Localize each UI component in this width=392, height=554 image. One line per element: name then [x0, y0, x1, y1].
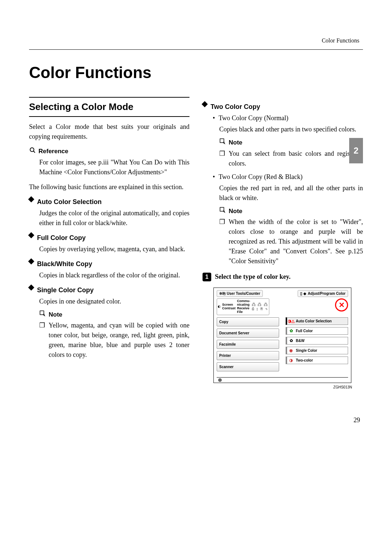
bw-body: Copies in black regardless of the color …: [29, 270, 189, 280]
two-normal-label: Two Color Copy (Normal): [219, 113, 288, 123]
intro-paragraph: Select a Color mode that best suits your…: [29, 122, 189, 142]
indicator-dot-icon: [218, 378, 222, 382]
step-number-badge: 1: [203, 273, 211, 281]
bw-icon: ✿: [289, 338, 294, 343]
auto-color-icon: ◑△: [289, 318, 294, 323]
note-icon: [219, 207, 226, 216]
bullet-icon: •: [213, 113, 215, 123]
svg-point-0: [30, 148, 34, 152]
two-normal-note-body: ❒ You can select from basic colors and r…: [219, 149, 363, 168]
two-redblack-bullet: •Two Color Copy (Red & Black): [203, 172, 363, 182]
auto-color-head: Auto Color Selection: [29, 197, 189, 207]
bullet-icon: •: [213, 172, 215, 182]
two-normal-note-head: Note: [219, 138, 363, 147]
full-color-title: Full Color Copy: [37, 233, 86, 243]
two-redblack-body: Copies the red part in red, and all the …: [203, 183, 363, 203]
diamond-icon: [28, 232, 34, 238]
user-tools-button[interactable]: ✲/⎘ User Tools/Counter: [217, 290, 263, 297]
opt-two[interactable]: ◑Two-color: [286, 357, 348, 364]
section-tab-2: 2: [349, 138, 363, 163]
status-panel: ◐ Screen Contrast Commu- nicating Receiv…: [217, 298, 269, 315]
selecting-color-mode-heading: Selecting a Color Mode: [29, 97, 189, 117]
reference-heading: Reference: [29, 147, 189, 156]
two-redblack-note-body: ❒ When the width of the color is set to …: [219, 217, 363, 266]
user-tools-label: User Tools/Counter: [227, 291, 260, 296]
bw-head: Black/White Copy: [29, 259, 189, 269]
stop-x-icon: ✕: [339, 300, 345, 310]
step-1: 1 Select the type of color key.: [203, 272, 363, 282]
note-icon: [219, 138, 226, 147]
opt-bw-label: B&W: [296, 338, 305, 343]
opt-auto-color[interactable]: ◑△Auto Color Selection: [286, 317, 348, 325]
single-note-body: ❒ Yellow, magenta, and cyan will be copi…: [29, 321, 189, 360]
receive-label: Receive File: [237, 307, 250, 314]
opt-two-label: Two-color: [296, 358, 313, 363]
two-normal-note-label: Note: [229, 138, 242, 147]
page-header-label: Color Functions: [29, 36, 363, 45]
tab-scanner[interactable]: Scanner: [217, 362, 279, 371]
two-normal-bullet: •Two Color Copy (Normal): [203, 113, 363, 123]
page-number: 29: [29, 415, 360, 425]
note-icon: [39, 310, 46, 319]
step-text: Select the type of color key.: [215, 272, 291, 282]
auto-color-body: Judges the color of the original automat…: [29, 208, 189, 228]
auto-color-title: Auto Color Selection: [37, 197, 102, 207]
two-color-head: Two Color Copy: [203, 102, 363, 112]
diamond-icon: [28, 258, 34, 264]
reference-body: For color images, see p.iii "What You Ca…: [29, 158, 189, 177]
tab-copy[interactable]: Copy: [217, 317, 279, 326]
tab-docserver[interactable]: Document Server: [217, 329, 279, 338]
full-color-icon: ✿: [289, 328, 294, 333]
note-bullet-icon: ❒: [219, 149, 225, 168]
two-redblack-label: Two Color Copy (Red & Black): [219, 172, 302, 182]
single-note-label: Note: [49, 310, 62, 319]
screenshot-footer: [217, 377, 348, 383]
opt-single-label: Single Color: [296, 348, 317, 353]
page-title: Color Functions: [29, 61, 363, 85]
note-bullet-icon: ❒: [219, 217, 225, 266]
adjust-program-label: Adjust/Program Color: [308, 291, 346, 296]
control-panel-screenshot: ✲/⎘ User Tools/Counter ▯ ◆ Adjust/Progra…: [213, 288, 351, 383]
opt-auto-label: Auto Color Selection: [296, 318, 332, 324]
opt-single[interactable]: ◉Single Color: [286, 347, 348, 354]
note-bullet-icon: ❒: [39, 321, 45, 360]
full-color-body: Copies by overlaying yellow, magenta, cy…: [29, 244, 189, 254]
gear-icon: ✲/⎘: [219, 291, 225, 296]
document-icon: ▯ ◆: [300, 291, 306, 296]
commu-label: Commu- nicating: [237, 300, 250, 307]
single-note-text: Yellow, magenta, and cyan will be copied…: [49, 321, 189, 360]
two-redblack-note-text: When the width of the color is set to "W…: [229, 217, 363, 266]
single-color-icon: ◉: [289, 348, 294, 353]
adjust-program-button[interactable]: ▯ ◆ Adjust/Program Color: [298, 290, 348, 297]
opt-bw[interactable]: ✿B&W: [286, 337, 348, 345]
single-head: Single Color Copy: [29, 285, 189, 295]
left-column: Selecting a Color Mode Select a Color mo…: [29, 97, 189, 390]
two-color-icon: ◑: [289, 358, 294, 363]
svg-line-1: [33, 151, 35, 153]
header-rule: [29, 49, 363, 50]
diamond-icon: [202, 101, 208, 107]
status-small-icons: 凸 凸 凸⎙ ↨ ⎘ ⇆: [252, 302, 269, 311]
full-color-head: Full Color Copy: [29, 233, 189, 243]
contrast-label: Contrast: [222, 307, 236, 310]
contrast-icon: ◐: [218, 304, 221, 309]
single-title: Single Color Copy: [37, 285, 94, 295]
opt-full-label: Full Color: [296, 328, 313, 334]
tab-printer[interactable]: Printer: [217, 351, 279, 360]
two-color-title: Two Color Copy: [211, 102, 260, 112]
reference-label: Reference: [38, 147, 68, 156]
reference-icon: [29, 147, 36, 156]
diamond-icon: [28, 284, 34, 290]
two-redblack-note-label: Note: [229, 207, 242, 216]
bw-title: Black/White Copy: [37, 259, 92, 269]
screenshot-caption: ZGHS013N: [203, 384, 352, 390]
right-column: Two Color Copy •Two Color Copy (Normal) …: [203, 97, 363, 390]
single-note-head: Note: [39, 310, 189, 319]
stop-button[interactable]: ✕: [335, 298, 348, 311]
two-redblack-note-head: Note: [219, 207, 363, 216]
tab-fax[interactable]: Facsimile: [217, 340, 279, 349]
two-normal-note-text: You can select from basic colors and reg…: [229, 149, 363, 168]
diamond-icon: [28, 196, 34, 202]
opt-full-color[interactable]: ✿Full Color: [286, 327, 348, 335]
two-normal-body: Copies black and other parts in two spec…: [203, 125, 363, 134]
